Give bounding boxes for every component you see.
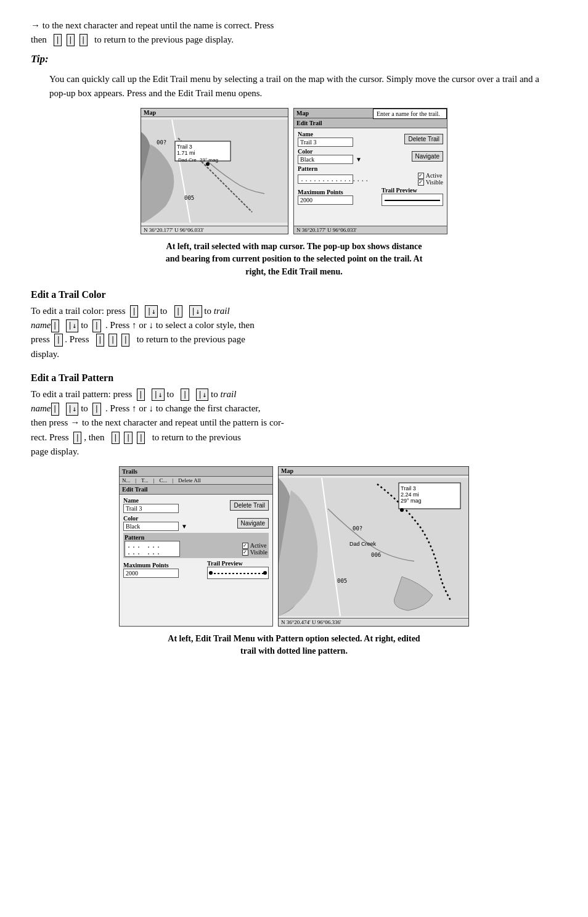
color-label-2: Color — [123, 515, 235, 522]
key-p9: | — [112, 432, 120, 445]
key-p11: | — [137, 432, 145, 445]
key-c10: | — [108, 334, 116, 347]
key-p6: |↓ — [66, 403, 78, 416]
key-p3: | — [181, 389, 189, 401]
color-section-2: Color Black ▼ Navigate — [123, 515, 269, 531]
edit-trail-panel-1: Map Enter a name for the trail. Edit Tra… — [293, 108, 447, 234]
caption-1-text: At left, trail selected with map cursor.… — [166, 242, 423, 276]
svg-text:005: 005 — [337, 578, 347, 584]
navigate-button-2[interactable]: Navigate — [237, 518, 269, 528]
preview-dot-right — [263, 571, 267, 575]
maxpoints-section-2: Maximum Points 2000 Trail Preview — [123, 560, 269, 579]
delete-trail-button-2[interactable]: Delete Trail — [230, 500, 269, 511]
tip-label: Tip: — [31, 51, 557, 67]
active-checkbox-row-2: ✓ Active — [242, 542, 267, 549]
dotted-preview-line — [210, 573, 266, 574]
caption-2-text: At left, Edit Trail Menu with Pattern op… — [168, 634, 420, 656]
right-map-2: Map Trail 3 2.24 mi 29° mag — [278, 466, 469, 627]
color-dropdown-icon[interactable]: ▼ — [356, 156, 362, 163]
first-dual-map: Map Trail — [31, 108, 557, 234]
section-pattern-heading: Edit a Trail Pattern — [31, 372, 557, 384]
delete-trail-button[interactable]: Delete Trail — [404, 134, 443, 144]
key-p10: | — [124, 432, 132, 445]
intro-para: → to the next character and repeat until… — [31, 19, 557, 46]
color-label: Color — [298, 148, 409, 155]
key-c1: | — [130, 305, 138, 318]
visible-checkbox-row-2: ✓ Visible — [242, 549, 267, 556]
color-input-2: Black — [123, 522, 179, 531]
maxpoints-label-2: Maximum Points — [123, 562, 205, 569]
navigate-button[interactable]: Navigate — [412, 151, 443, 162]
name-input: Trail 3 — [298, 138, 353, 147]
spacer — [123, 581, 269, 586]
tip-block: You can quickly call up the Edit Trail m… — [49, 72, 557, 101]
pattern-row-2: ... ... ... ... ✓ Active ✓ Visible — [125, 541, 267, 557]
tip-body: You can quickly call up the Edit Trail m… — [49, 74, 539, 98]
svg-text:Dad Cre: Dad Cre — [178, 157, 197, 163]
trailpreview-label: Trail Preview — [382, 187, 443, 194]
trails-panel: Trails N... | T... | C... | Delete All E… — [119, 466, 273, 627]
intro-line1: → to the next character and repeat until… — [31, 20, 274, 30]
trail-preview-area — [382, 194, 443, 206]
sub-sep1: | — [135, 477, 136, 483]
key-c3: | — [174, 305, 182, 318]
key-c9: | — [96, 334, 104, 347]
pattern-input-2: ... ... ... ... — [125, 541, 180, 557]
active-checkbox-2[interactable]: ✓ — [242, 543, 248, 549]
active-checkbox[interactable]: ✓ — [418, 173, 424, 179]
svg-point-15 — [400, 508, 404, 512]
right-map-2-svg: Trail 3 2.24 mi 29° mag 00? Dad Creek 00… — [279, 478, 469, 616]
name-label: Name — [298, 131, 402, 138]
pattern-section-2: Pattern ... ... ... ... ✓ Active ✓ — [123, 533, 269, 558]
pattern-input: ................ — [298, 175, 353, 184]
name-section: Name Trail 3 Delete Trail — [298, 131, 443, 147]
key-p7: | — [92, 403, 100, 416]
svg-text:23° mag: 23° mag — [200, 157, 218, 163]
sub-t: T... — [141, 477, 149, 483]
preview-dot-left — [209, 571, 213, 575]
page-content: → to the next character and repeat until… — [31, 19, 557, 658]
key-c6: |↓ — [66, 319, 78, 332]
left-map-1: Map Trail — [141, 108, 288, 234]
pattern-label: Pattern — [298, 165, 443, 172]
svg-text:1.71 mi: 1.71 mi — [177, 150, 195, 156]
left-map-svg: Trail 3 1.71 mi Dad Cre 23° mag 00? 005 — [141, 120, 288, 223]
key-p2: |↓ — [152, 389, 164, 401]
svg-text:29° mag: 29° mag — [401, 498, 422, 504]
pattern-row: ................ ✓ Active ✓ Visible — [298, 172, 443, 186]
pattern-label-2: Pattern — [125, 534, 267, 541]
sub-c: C... — [159, 477, 167, 483]
color-dropdown-icon-2[interactable]: ▼ — [181, 523, 187, 530]
sub-sep3: | — [172, 477, 173, 483]
trails-panel-body: Name Trail 3 Delete Trail Color Black ▼ — [120, 495, 272, 626]
intro-line2-mid: to return to the previous page display. — [94, 35, 234, 44]
key-p5: | — [51, 403, 59, 416]
trails-header-label: Trails — [122, 468, 137, 475]
intro-line2: then — [31, 35, 47, 44]
left-map-label: Map — [141, 109, 288, 117]
maxpoints-section: Maximum Points 2000 Trail Preview — [298, 187, 443, 206]
panel-body-1: Name Trail 3 Delete Trail Color Black — [294, 128, 447, 226]
edit-trail-subheader: Edit Trail — [294, 118, 447, 128]
key-c4: |↓ — [189, 305, 202, 318]
trail-preview-area-2 — [207, 567, 269, 579]
active-label-2: Active — [250, 542, 267, 549]
visible-checkbox[interactable]: ✓ — [418, 179, 424, 186]
visible-checkbox-2[interactable]: ✓ — [242, 549, 248, 556]
key-c7: | — [92, 319, 100, 332]
active-checkbox-row: ✓ Active — [418, 172, 443, 179]
svg-text:00?: 00? — [353, 525, 362, 532]
visible-label: Visible — [426, 179, 443, 186]
sub-sep2: | — [153, 477, 155, 483]
right-map-2-label: Map — [279, 467, 468, 475]
color-row: Black ▼ — [298, 155, 409, 164]
maxpoints-label: Maximum Points — [298, 189, 379, 195]
key-c8: | — [54, 334, 62, 347]
edit-trail-header-2: Edit Trail — [120, 485, 272, 495]
key-p1: | — [137, 389, 145, 401]
svg-text:00?: 00? — [157, 139, 166, 146]
name-label-2: Name — [123, 497, 227, 504]
visible-checkbox-row: ✓ Visible — [418, 179, 443, 186]
maxpoints-input: 2000 — [298, 195, 353, 205]
section-color-heading: Edit a Trail Color — [31, 289, 557, 300]
